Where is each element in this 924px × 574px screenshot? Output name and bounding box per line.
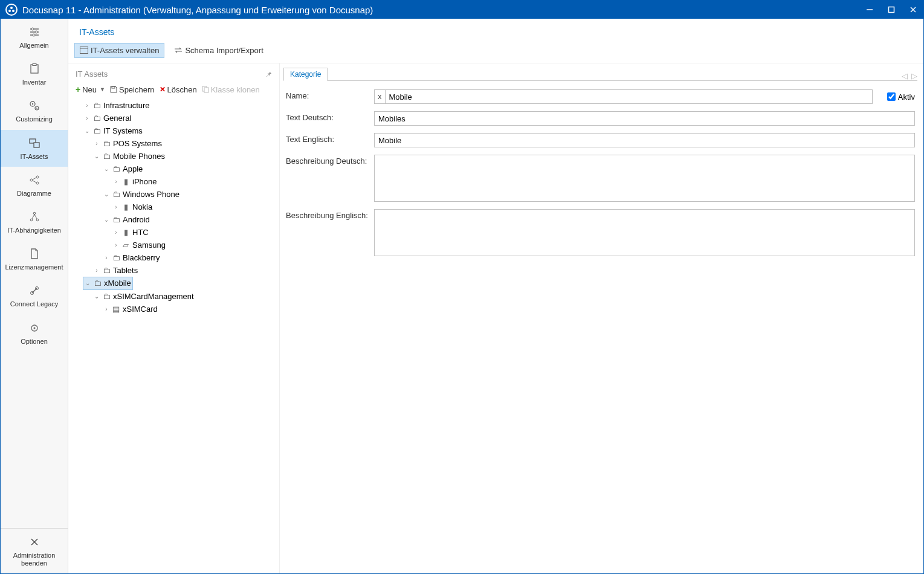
swap-icon	[174, 47, 183, 55]
tab-next-icon[interactable]: ▷	[911, 71, 917, 80]
assets-icon	[27, 136, 42, 150]
tree-node-iphone[interactable]: ›▮iPhone	[112, 176, 158, 188]
maximize-button[interactable]	[886, 4, 897, 15]
expander-icon[interactable]: ⌄	[103, 189, 109, 201]
text-de-input[interactable]	[374, 111, 915, 126]
expander-icon[interactable]: ⌄	[103, 163, 109, 175]
pin-icon[interactable]: 📌︎	[265, 71, 272, 78]
expander-icon[interactable]: ›	[94, 138, 100, 150]
sidebar-item-label: Customizing	[16, 115, 53, 123]
save-button[interactable]: Speichern	[110, 85, 155, 94]
folder-icon: 🗀	[102, 138, 111, 150]
tree-node-apple[interactable]: ⌄🗀Apple	[102, 163, 144, 175]
dependency-icon	[27, 210, 42, 224]
tab-nav-arrows: ◁ ▷	[902, 71, 917, 80]
page-title: IT-Assets	[68, 19, 923, 43]
card-icon: ▤	[112, 303, 120, 315]
tree-node-pos[interactable]: ›🗀POS Systems	[92, 138, 163, 150]
delete-button[interactable]: ✕Löschen	[160, 85, 197, 94]
sidebar-item-abhaengigkeiten[interactable]: IT-Abhängigkeiten	[1, 204, 68, 240]
tab-kategorie[interactable]: Kategorie	[283, 68, 328, 81]
sidebar-item-label: Optionen	[21, 338, 48, 346]
tree-node-htc[interactable]: ›▮HTC	[112, 227, 150, 239]
aktiv-checkbox-wrap[interactable]: Aktiv	[887, 92, 915, 102]
expander-icon[interactable]: ›	[94, 265, 100, 277]
tree-node-samsung[interactable]: ›▱Samsung	[112, 239, 167, 251]
svg-point-9	[33, 34, 35, 36]
sidebar: Allgemein Inventar Customizing IT-Assets…	[1, 19, 68, 573]
sidebar-item-connect-legacy[interactable]: Connect Legacy	[1, 277, 68, 314]
sidebar-item-label: Inventar	[22, 79, 47, 86]
tree-label: Samsung	[132, 239, 166, 251]
folder-icon: 🗀	[102, 150, 111, 163]
copy-icon	[202, 86, 209, 93]
tree-node-tablets[interactable]: ›🗀Tablets	[92, 265, 139, 277]
content-area: IT-Assets IT-Assets verwalten Schema Imp…	[68, 19, 923, 573]
expander-icon[interactable]: ›	[103, 252, 109, 264]
tree-node-nokia[interactable]: ›▮Nokia	[112, 201, 153, 213]
folder-icon: 🗀	[112, 252, 120, 264]
svg-point-18	[30, 179, 33, 181]
expander-icon[interactable]: ⌄	[94, 150, 100, 163]
tree-node-itsystems[interactable]: ⌄🗀IT Systems	[83, 125, 144, 137]
tree-node-xsimcard[interactable]: ›▤xSIMCard	[102, 303, 159, 315]
expander-icon[interactable]: ›	[113, 201, 119, 213]
sidebar-item-diagramme[interactable]: Diagramme	[1, 167, 68, 204]
tree-label: Blackberry	[123, 252, 160, 264]
name-input[interactable]	[385, 89, 873, 104]
expander-icon[interactable]: ›	[103, 303, 109, 315]
expander-icon[interactable]: ›	[113, 176, 119, 188]
phone-icon: ▮	[121, 201, 130, 213]
expander-icon[interactable]: ›	[84, 112, 90, 124]
tree-label: iPhone	[132, 176, 157, 188]
tree-node-xsimcardmgmt[interactable]: ⌄🗀xSIMCardManagement	[92, 291, 195, 303]
svg-point-15	[36, 108, 37, 109]
tree-node-mobilephones[interactable]: ⌄🗀Mobile Phones	[92, 150, 166, 163]
asset-tree[interactable]: ›🗀Infrastructure ›🗀General ⌄🗀IT Systems …	[71, 99, 277, 570]
sidebar-item-allgemein[interactable]: Allgemein	[1, 19, 68, 56]
sidebar-item-customizing[interactable]: Customizing	[1, 92, 68, 129]
subnav-manage-button[interactable]: IT-Assets verwalten	[74, 43, 164, 58]
sidebar-item-optionen[interactable]: Optionen	[1, 315, 68, 352]
gear-icon	[27, 321, 42, 335]
tree-node-blackberry[interactable]: ›🗀Blackberry	[102, 252, 161, 264]
expander-icon[interactable]: ⌄	[85, 277, 91, 289]
tree-label: Tablets	[113, 265, 138, 277]
tree-node-general[interactable]: ›🗀General	[83, 112, 132, 124]
desc-en-textarea[interactable]	[374, 209, 915, 256]
expander-icon[interactable]: ⌄	[103, 214, 109, 226]
text-en-input[interactable]	[374, 133, 915, 147]
tree-node-winphone[interactable]: ⌄🗀Windows Phone	[102, 189, 181, 201]
sidebar-item-exit[interactable]: Administration beenden	[1, 529, 68, 573]
close-button[interactable]	[908, 4, 919, 15]
sidebar-item-lizenzmanagement[interactable]: Lizenzmanagement	[1, 240, 68, 277]
aktiv-checkbox[interactable]	[887, 92, 896, 101]
expander-icon[interactable]: ›	[84, 100, 90, 112]
subnav-schema-button[interactable]: Schema Import/Export	[169, 43, 268, 58]
tree-node-infrastructure[interactable]: ›🗀Infrastructure	[83, 100, 151, 112]
tree-label: Nokia	[132, 201, 152, 213]
sidebar-item-it-assets[interactable]: IT-Assets	[1, 130, 68, 167]
expander-icon[interactable]: ›	[113, 227, 119, 239]
folder-icon: 🗀	[112, 214, 120, 226]
desc-de-textarea[interactable]	[374, 155, 915, 202]
save-icon	[110, 86, 117, 93]
tree-node-android[interactable]: ⌄🗀Android	[102, 214, 151, 226]
expander-icon[interactable]: ⌄	[94, 291, 100, 303]
sidebar-item-inventar[interactable]: Inventar	[1, 56, 68, 92]
new-label: Neu	[82, 85, 97, 94]
expander-icon[interactable]: ⌄	[84, 125, 90, 137]
minimize-button[interactable]	[864, 4, 875, 15]
svg-rect-36	[204, 88, 208, 92]
dropdown-caret-icon: ▼	[100, 86, 105, 92]
new-button[interactable]: +Neu▼	[76, 85, 105, 94]
svg-point-23	[33, 212, 36, 214]
sidebar-item-label: Lizenzmanagement	[5, 263, 63, 271]
tab-prev-icon[interactable]: ◁	[902, 71, 908, 80]
expander-icon[interactable]: ›	[113, 239, 119, 251]
tree-label: Mobile Phones	[113, 150, 165, 163]
tree-label: IT Systems	[103, 125, 143, 137]
titlebar: Docusnap 11 - Administration (Verwaltung…	[1, 1, 923, 19]
svg-point-24	[30, 219, 33, 221]
tree-node-xmobile[interactable]: ⌄🗀xMobile	[83, 277, 133, 290]
